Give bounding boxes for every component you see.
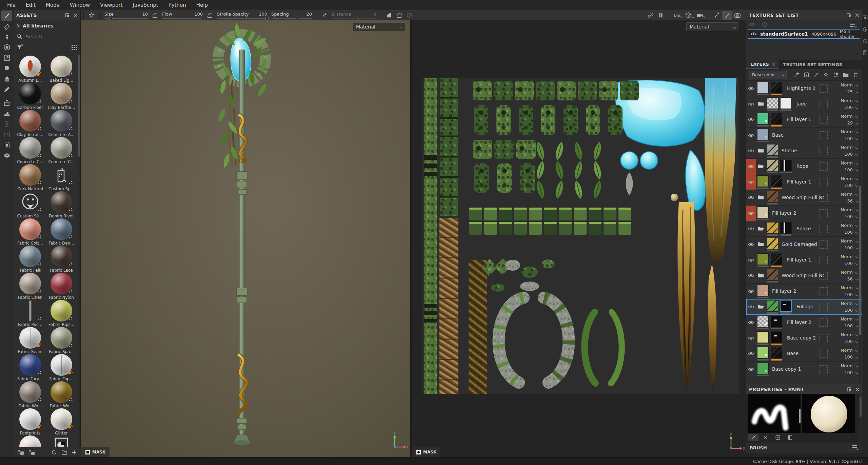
layer-visibility-toggle[interactable] xyxy=(746,315,756,330)
layer-opacity[interactable]: 56 xyxy=(847,198,853,204)
material-sphere-preview[interactable] xyxy=(802,394,855,433)
asset-custom-sp[interactable]: Custom Sp... xyxy=(47,164,75,191)
asset-fabric-wo[interactable]: Fabric Wo... xyxy=(16,381,44,408)
2d-channel-dropdown[interactable]: Material xyxy=(686,22,739,31)
layer-opacity[interactable]: 100 xyxy=(844,292,853,297)
layer-visibility-toggle[interactable] xyxy=(746,206,756,221)
layer-thumbnail[interactable] xyxy=(757,207,769,218)
layer-visibility-toggle[interactable] xyxy=(746,174,756,190)
layer-mask-thumbnail[interactable] xyxy=(771,175,782,187)
menu-python[interactable]: Python xyxy=(163,0,191,10)
particles-icon[interactable] xyxy=(712,11,722,20)
slider-spacing[interactable]: Spacing20 xyxy=(271,12,312,19)
blend-mode[interactable]: Norm xyxy=(841,301,853,306)
layer-opacity[interactable]: 56 xyxy=(847,276,853,282)
slider-size[interactable]: Size10 xyxy=(104,12,148,19)
folder-closed-icon[interactable] xyxy=(757,100,765,107)
camera-video-icon[interactable] xyxy=(695,11,705,20)
layer-opacity[interactable]: 100 xyxy=(844,167,853,172)
layers-scrollbar[interactable] xyxy=(859,81,861,384)
symmetry-off-icon[interactable] xyxy=(404,11,414,20)
tool-cube-flat[interactable] xyxy=(1,150,12,160)
layer-thumbnail[interactable] xyxy=(767,238,778,249)
history-icon[interactable] xyxy=(862,37,868,45)
layer-opacity[interactable]: 100 xyxy=(844,323,853,328)
brush-stroke-preview[interactable] xyxy=(748,394,801,433)
layer-opacity[interactable]: 100 xyxy=(844,230,853,235)
3d-viewport[interactable]: Material Y X xyxy=(81,20,410,457)
blend-mode[interactable]: Norm xyxy=(841,82,853,88)
layer-thumbnail[interactable] xyxy=(767,222,778,234)
folder-open-icon[interactable] xyxy=(757,225,765,232)
asset-fabric-puc[interactable]: Fabric Puc... xyxy=(16,300,44,327)
shading-mode-dropdown[interactable]: Material xyxy=(353,22,406,31)
grid-view-icon[interactable] xyxy=(72,45,77,50)
slider-knob[interactable] xyxy=(201,17,204,20)
asset-fabric-top[interactable]: Fabric Top... xyxy=(47,354,75,381)
stencil-tab-icon[interactable] xyxy=(773,434,783,441)
layer-row-jade[interactable]: JadeNorm100 xyxy=(746,96,862,112)
folder-closed-icon[interactable] xyxy=(757,272,765,279)
layer-opacity[interactable]: 100 xyxy=(844,370,853,375)
falloff-icon[interactable] xyxy=(394,11,404,20)
properties-scrollbar[interactable] xyxy=(860,394,862,452)
asset-denim-rivet[interactable]: Denim Rivet xyxy=(47,191,75,218)
menu-window[interactable]: Window xyxy=(65,0,95,10)
close-icon[interactable] xyxy=(74,13,78,17)
layer-opacity[interactable]: 100 xyxy=(844,339,853,344)
layer-row-base[interactable]: BaseNorm100 xyxy=(746,346,862,362)
layer-mask-thumbnail[interactable] xyxy=(771,331,782,343)
layer-opacity[interactable]: 100 xyxy=(844,136,853,141)
filter-icon[interactable] xyxy=(17,45,23,50)
layer-row-fill-layer-1[interactable]: Fill layer 1Norm100 xyxy=(746,252,862,268)
display-mode-icon[interactable]: D|a xyxy=(672,11,682,20)
layer-row-base[interactable]: BaseNorm100 xyxy=(746,128,862,143)
layer-row-statue[interactable]: StatueNorm100 xyxy=(746,143,862,159)
layer-thumbnail[interactable] xyxy=(757,129,769,140)
layer-row-fill-layer-1[interactable]: Fill layer 1Norm100 xyxy=(746,174,862,190)
tab-texture-set-settings[interactable]: TEXTURE SET SETTINGS xyxy=(779,60,846,69)
3d-mask-tab[interactable]: MASK xyxy=(81,447,110,457)
folder-closed-icon[interactable] xyxy=(757,241,765,248)
tool-resize[interactable] xyxy=(1,129,12,139)
slider-knob[interactable] xyxy=(354,17,358,20)
slider-stroke-opacity[interactable]: Stroke opacity100 xyxy=(217,12,267,19)
asset-fabric-seam[interactable]: Fabric Seam xyxy=(16,327,44,354)
slider-knob[interactable] xyxy=(296,17,299,20)
layer-thumbnail[interactable] xyxy=(757,82,769,93)
asset-custom-sti[interactable]: Custom Sti... xyxy=(16,191,44,218)
tool-sphere-doc[interactable] xyxy=(1,140,12,150)
particles-tab-icon[interactable] xyxy=(761,434,771,441)
asset-fabric-cott[interactable]: Fabric Cott... xyxy=(16,218,44,246)
add-icon[interactable] xyxy=(72,450,77,455)
asset-concrete-c[interactable]: Concrete C... xyxy=(16,137,44,164)
layer-visibility-toggle[interactable] xyxy=(746,143,756,158)
layer-thumbnail[interactable] xyxy=(757,285,769,296)
texture-set-row[interactable]: standardSurface1 4096x4096 Main shader xyxy=(748,29,860,39)
slider-knob[interactable] xyxy=(109,17,113,20)
layer-row-fill-layer-2[interactable]: Fill layer 2Norm100 xyxy=(746,206,862,221)
layer-opacity[interactable]: 100 xyxy=(844,354,853,360)
layer-mask-thumbnail[interactable] xyxy=(771,347,782,359)
asset-clay-terrac[interactable]: Clay Terrac... xyxy=(16,110,44,137)
add-paint-layer-icon[interactable] xyxy=(812,72,820,78)
layer-opacity[interactable]: 100 xyxy=(844,183,853,188)
pause-icon[interactable] xyxy=(656,11,666,20)
preview-scrollbar[interactable] xyxy=(799,409,801,423)
solo-visibility-icon[interactable]: 1 xyxy=(762,22,768,27)
display-settings-icon[interactable] xyxy=(862,14,868,22)
2d-mask-tab[interactable]: MASK xyxy=(412,447,440,457)
menu-file[interactable]: File xyxy=(2,0,21,10)
blend-mode[interactable]: Norm xyxy=(841,160,853,166)
tool-export[interactable] xyxy=(1,98,12,108)
tool-bake[interactable] xyxy=(1,108,12,118)
layer-row-base-copy-1[interactable]: Base copy 1Norm100 xyxy=(746,362,862,377)
layer-thumbnail[interactable] xyxy=(757,175,769,187)
add-group-icon[interactable] xyxy=(842,72,850,78)
layer-thumbnail[interactable] xyxy=(767,269,778,280)
search-input[interactable] xyxy=(25,34,64,40)
layer-visibility-toggle[interactable] xyxy=(746,128,756,143)
asset-fabric-tarp[interactable]: Fabric Tarp... xyxy=(16,354,44,381)
screenshot-camera-icon[interactable] xyxy=(732,11,743,20)
blend-mode[interactable]: Norm xyxy=(841,332,853,337)
